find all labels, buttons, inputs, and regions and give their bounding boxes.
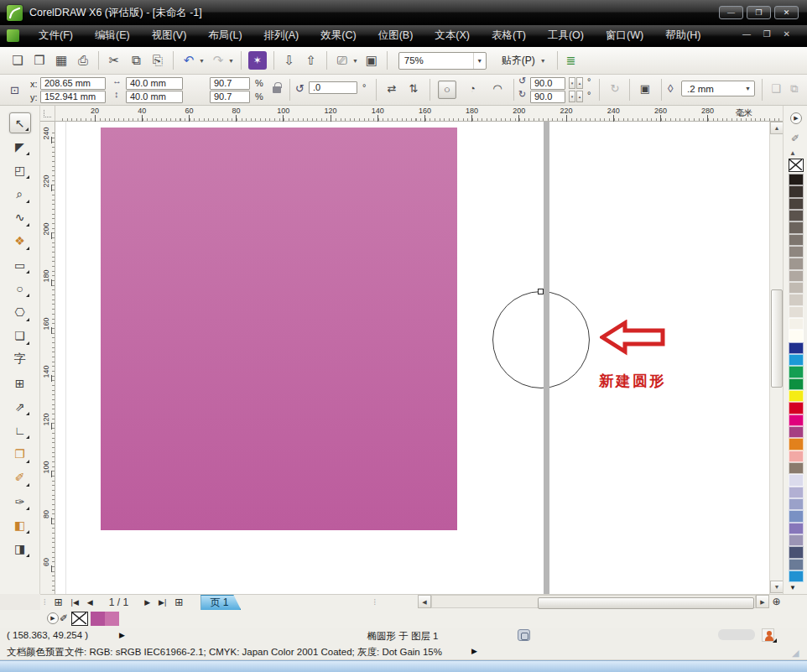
app-launcher-icon[interactable]: ⎚ [332, 50, 352, 70]
color-swatch-20[interactable] [789, 414, 804, 426]
ruler-origin-corner[interactable] [40, 106, 55, 122]
navigator-zoom-icon[interactable]: ⊕ [769, 594, 784, 610]
chevron-down-icon[interactable]: ▼ [473, 53, 486, 69]
export-icon[interactable]: ⇧ [301, 50, 321, 70]
spinner-down[interactable]: ▾ [569, 77, 575, 89]
save-icon[interactable]: ▦ [51, 50, 71, 70]
color-swatch-0[interactable] [789, 174, 804, 185]
copy-icon[interactable]: ⧉ [126, 50, 146, 70]
color-swatch-8[interactable] [789, 270, 804, 282]
print-icon[interactable]: ⎙ [73, 50, 93, 70]
outline-width-combo[interactable]: .2 mm ▼ [681, 81, 755, 96]
options-icon[interactable]: ≣ [566, 54, 576, 67]
mirror-vertical-button[interactable]: ⇅ [404, 81, 423, 99]
color-swatch-11[interactable] [789, 306, 804, 318]
scale-y-field[interactable]: 90.7 [210, 91, 250, 103]
color-swatch-28[interactable] [789, 510, 804, 522]
pick-tool[interactable]: ↖ [9, 112, 31, 133]
color-swatch-32[interactable] [789, 559, 804, 570]
color-eyedropper-tool[interactable]: ✐ [9, 467, 31, 488]
new-document-icon[interactable]: ❏ [8, 50, 28, 70]
import-icon[interactable]: ⇩ [279, 50, 299, 70]
shape-tool[interactable]: ◤ [9, 136, 31, 157]
fullscreen-preview-icon[interactable]: ▣ [362, 50, 382, 70]
horizontal-scroll-thumb[interactable] [538, 597, 754, 609]
color-swatch-15[interactable] [789, 354, 804, 366]
drag-grip[interactable]: ⁞ [373, 598, 377, 607]
chevron-down-icon[interactable]: ▼ [352, 58, 358, 64]
new-circle-object[interactable] [492, 291, 590, 388]
resize-grip-icon[interactable]: ◢ [792, 648, 799, 659]
table-tool[interactable]: ⊞ [9, 372, 31, 393]
freehand-tool[interactable]: ∿ [9, 207, 31, 228]
dimension-tool[interactable]: ⇗ [9, 396, 31, 417]
smart-fill-tool[interactable]: ❖ [9, 231, 31, 252]
color-swatch-16[interactable] [789, 366, 804, 378]
snap-to-dropdown[interactable]: 贴齐(P) ▼ ≣ [502, 51, 576, 70]
ellipse-mode-button[interactable]: ○ [438, 81, 456, 99]
palette-eyedropper-icon[interactable]: ✐ [791, 133, 799, 144]
first-page-button[interactable]: |◀ [67, 598, 83, 607]
spinner-up[interactable]: ▴ [576, 91, 583, 102]
last-page-button[interactable]: ▶| [154, 598, 170, 607]
mirror-horizontal-button[interactable]: ⇄ [383, 81, 401, 99]
color-swatch-13[interactable] [789, 330, 804, 341]
document-eyedropper-icon[interactable]: ✐ [60, 612, 68, 624]
palette-flyout-button[interactable]: ▶ [790, 112, 802, 124]
color-swatch-12[interactable] [789, 318, 804, 330]
document-outline-swatch[interactable] [105, 612, 119, 626]
color-swatch-18[interactable] [789, 390, 804, 402]
color-swatch-5[interactable] [789, 234, 804, 246]
restore-button[interactable]: ❐ [747, 6, 771, 19]
x-position-field[interactable]: 208.65 mm [40, 77, 106, 90]
text-tool[interactable]: 字 [9, 349, 31, 370]
arc-start-angle-field[interactable]: 90.0 [530, 77, 565, 90]
paste-icon[interactable]: ⎘ [148, 50, 168, 70]
menu-item-8[interactable]: 表格(T) [481, 25, 537, 46]
flyout-arrow-icon[interactable]: ▶ [119, 631, 125, 639]
add-page-button[interactable]: ⊞ [170, 596, 187, 608]
zoom-level-combo[interactable]: 75% ▼ [398, 52, 487, 70]
color-swatch-33[interactable] [789, 570, 804, 582]
interactive-fill-tool[interactable]: ◨ [9, 538, 31, 559]
color-swatch-25[interactable] [789, 474, 804, 486]
color-swatch-9[interactable] [789, 282, 804, 294]
cut-icon[interactable]: ✂ [104, 50, 124, 70]
close-button[interactable]: ✕ [774, 6, 799, 19]
crop-tool[interactable]: ◰ [9, 159, 31, 180]
color-swatch-19[interactable] [789, 402, 804, 414]
change-direction-button[interactable]: ↻ [606, 81, 624, 99]
y-position-field[interactable]: 152.941 mm [40, 91, 106, 103]
undo-icon[interactable]: ↶ [179, 50, 199, 70]
menu-item-10[interactable]: 窗口(W) [595, 25, 654, 46]
to-front-button[interactable]: ❑ [767, 81, 785, 99]
color-swatch-1[interactable] [789, 185, 804, 197]
color-swatch-31[interactable] [789, 546, 804, 558]
menu-item-2[interactable]: 视图(V) [141, 25, 198, 46]
previous-page-button[interactable]: ◀ [83, 598, 97, 607]
add-page-button[interactable]: ⊞ [50, 596, 67, 608]
arc-end-angle-field[interactable]: 90.0 [530, 91, 565, 103]
object-height-field[interactable]: 40.0 mm [126, 91, 183, 103]
redo-icon[interactable]: ↷ [208, 50, 228, 70]
rectangle-tool[interactable]: ▭ [9, 254, 31, 275]
color-swatch-3[interactable] [789, 210, 804, 221]
color-swatch-24[interactable] [789, 462, 804, 474]
spinner-up[interactable]: ▴ [576, 77, 583, 89]
document-properties-icon[interactable] [518, 629, 530, 641]
color-swatch-21[interactable] [789, 426, 804, 438]
color-swatch-23[interactable] [789, 451, 804, 462]
flyout-arrow-icon[interactable]: ▶ [471, 647, 477, 655]
vertical-scrollbar[interactable]: ▲ ▼ [769, 122, 783, 594]
no-color-swatch[interactable] [789, 159, 804, 172]
menu-item-7[interactable]: 文本(X) [424, 25, 481, 46]
document-no-color-swatch[interactable] [71, 612, 88, 626]
chevron-down-icon[interactable]: ▼ [199, 58, 205, 64]
menu-item-1[interactable]: 编辑(E) [84, 25, 141, 46]
scroll-up-button[interactable]: ▲ [770, 122, 784, 134]
pink-rectangle-object[interactable] [101, 128, 457, 530]
whats-new-icon[interactable]: ✶ [248, 51, 267, 70]
connector-tool[interactable]: ∟ [9, 419, 31, 440]
scroll-down-button[interactable]: ▼ [770, 581, 784, 593]
document-fill-swatch[interactable] [91, 612, 105, 626]
